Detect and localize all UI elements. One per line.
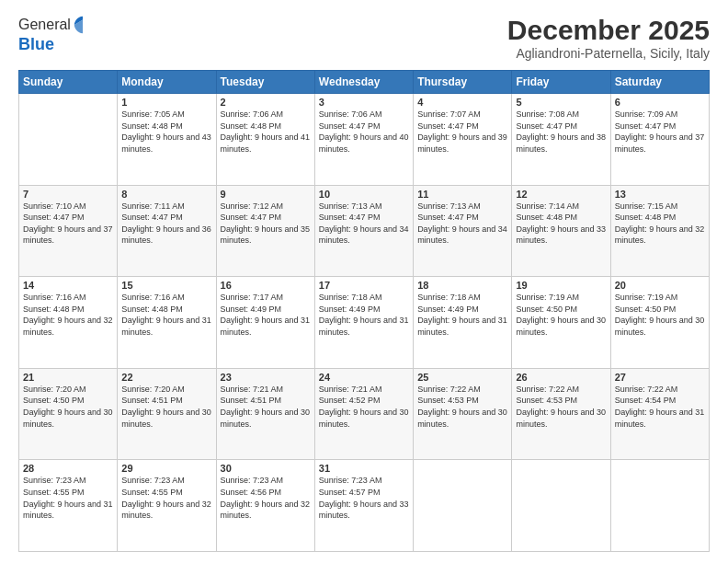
day-of-week-header: Tuesday (216, 71, 314, 94)
location: Agliandroni-Paternella, Sicily, Italy (507, 46, 710, 61)
day-number: 7 (23, 189, 113, 200)
day-info: Sunrise: 7:11 AMSunset: 4:47 PMDaylight:… (121, 201, 211, 247)
day-number: 6 (615, 97, 705, 108)
calendar-week-row: 14Sunrise: 7:16 AMSunset: 4:48 PMDayligh… (19, 277, 710, 369)
day-info: Sunrise: 7:13 AMSunset: 4:47 PMDaylight:… (319, 201, 409, 247)
calendar-week-row: 21Sunrise: 7:20 AMSunset: 4:50 PMDayligh… (19, 368, 710, 460)
calendar-cell: 4Sunrise: 7:07 AMSunset: 4:47 PMDaylight… (414, 94, 512, 186)
day-info: Sunrise: 7:20 AMSunset: 4:51 PMDaylight:… (121, 384, 211, 430)
day-number: 20 (615, 280, 705, 291)
day-info: Sunrise: 7:23 AMSunset: 4:55 PMDaylight:… (23, 475, 113, 521)
calendar-cell: 15Sunrise: 7:16 AMSunset: 4:48 PMDayligh… (118, 277, 216, 369)
calendar-cell: 1Sunrise: 7:05 AMSunset: 4:48 PMDaylight… (118, 94, 216, 186)
day-number: 18 (417, 280, 507, 291)
calendar-cell: 3Sunrise: 7:06 AMSunset: 4:47 PMDaylight… (314, 94, 413, 186)
day-info: Sunrise: 7:06 AMSunset: 4:48 PMDaylight:… (221, 109, 311, 155)
logo-icon (73, 15, 93, 35)
day-info: Sunrise: 7:22 AMSunset: 4:53 PMDaylight:… (417, 384, 507, 430)
title-block: December 2025 Agliandroni-Paternella, Si… (507, 15, 710, 61)
day-number: 12 (516, 189, 606, 200)
day-number: 30 (221, 463, 311, 474)
calendar-cell: 23Sunrise: 7:21 AMSunset: 4:51 PMDayligh… (216, 368, 314, 460)
day-number: 28 (23, 463, 113, 474)
calendar-week-row: 28Sunrise: 7:23 AMSunset: 4:55 PMDayligh… (19, 460, 710, 552)
day-info: Sunrise: 7:21 AMSunset: 4:51 PMDaylight:… (221, 384, 311, 430)
day-info: Sunrise: 7:13 AMSunset: 4:47 PMDaylight:… (417, 201, 507, 247)
calendar-cell: 27Sunrise: 7:22 AMSunset: 4:54 PMDayligh… (610, 368, 709, 460)
day-info: Sunrise: 7:20 AMSunset: 4:50 PMDaylight:… (23, 384, 113, 430)
day-number: 24 (319, 372, 409, 383)
day-info: Sunrise: 7:23 AMSunset: 4:57 PMDaylight:… (319, 475, 409, 521)
calendar-cell: 29Sunrise: 7:23 AMSunset: 4:55 PMDayligh… (118, 460, 216, 552)
day-info: Sunrise: 7:18 AMSunset: 4:49 PMDaylight:… (417, 292, 507, 338)
calendar-cell: 6Sunrise: 7:09 AMSunset: 4:47 PMDaylight… (610, 94, 709, 186)
day-info: Sunrise: 7:06 AMSunset: 4:47 PMDaylight:… (319, 109, 409, 155)
calendar-cell: 20Sunrise: 7:19 AMSunset: 4:50 PMDayligh… (610, 277, 709, 369)
calendar-cell: 17Sunrise: 7:18 AMSunset: 4:49 PMDayligh… (314, 277, 413, 369)
day-of-week-header: Friday (512, 71, 610, 94)
day-info: Sunrise: 7:18 AMSunset: 4:49 PMDaylight:… (319, 292, 409, 338)
day-number: 4 (417, 97, 507, 108)
calendar-cell: 11Sunrise: 7:13 AMSunset: 4:47 PMDayligh… (414, 185, 512, 277)
calendar-header-row: SundayMondayTuesdayWednesdayThursdayFrid… (19, 71, 710, 94)
calendar-cell: 28Sunrise: 7:23 AMSunset: 4:55 PMDayligh… (19, 460, 118, 552)
logo-general-text: General (18, 17, 71, 33)
day-number: 22 (121, 372, 211, 383)
day-info: Sunrise: 7:16 AMSunset: 4:48 PMDaylight:… (23, 292, 113, 338)
day-number: 17 (319, 280, 409, 291)
day-number: 10 (319, 189, 409, 200)
day-number: 25 (417, 372, 507, 383)
day-of-week-header: Monday (118, 71, 216, 94)
day-info: Sunrise: 7:07 AMSunset: 4:47 PMDaylight:… (417, 109, 507, 155)
day-info: Sunrise: 7:16 AMSunset: 4:48 PMDaylight:… (121, 292, 211, 338)
day-number: 16 (221, 280, 311, 291)
day-number: 26 (516, 372, 606, 383)
day-of-week-header: Wednesday (314, 71, 413, 94)
calendar-cell: 2Sunrise: 7:06 AMSunset: 4:48 PMDaylight… (216, 94, 314, 186)
day-info: Sunrise: 7:14 AMSunset: 4:48 PMDaylight:… (516, 201, 606, 247)
day-number: 15 (121, 280, 211, 291)
day-number: 14 (23, 280, 113, 291)
calendar-cell: 5Sunrise: 7:08 AMSunset: 4:47 PMDaylight… (512, 94, 610, 186)
day-number: 27 (615, 372, 705, 383)
calendar-cell (512, 460, 610, 552)
calendar-cell: 16Sunrise: 7:17 AMSunset: 4:49 PMDayligh… (216, 277, 314, 369)
calendar-body: 1Sunrise: 7:05 AMSunset: 4:48 PMDaylight… (19, 94, 710, 552)
day-info: Sunrise: 7:22 AMSunset: 4:54 PMDaylight:… (615, 384, 705, 430)
calendar-cell: 26Sunrise: 7:22 AMSunset: 4:53 PMDayligh… (512, 368, 610, 460)
day-number: 2 (221, 97, 311, 108)
day-number: 8 (121, 189, 211, 200)
day-info: Sunrise: 7:10 AMSunset: 4:47 PMDaylight:… (23, 201, 113, 247)
calendar-week-row: 1Sunrise: 7:05 AMSunset: 4:48 PMDaylight… (19, 94, 710, 186)
day-info: Sunrise: 7:19 AMSunset: 4:50 PMDaylight:… (516, 292, 606, 338)
day-of-week-header: Thursday (414, 71, 512, 94)
day-number: 19 (516, 280, 606, 291)
calendar-cell: 18Sunrise: 7:18 AMSunset: 4:49 PMDayligh… (414, 277, 512, 369)
day-info: Sunrise: 7:22 AMSunset: 4:53 PMDaylight:… (516, 384, 606, 430)
calendar-table: SundayMondayTuesdayWednesdayThursdayFrid… (18, 70, 710, 552)
calendar-cell: 21Sunrise: 7:20 AMSunset: 4:50 PMDayligh… (19, 368, 118, 460)
day-info: Sunrise: 7:05 AMSunset: 4:48 PMDaylight:… (121, 109, 211, 155)
calendar-cell: 9Sunrise: 7:12 AMSunset: 4:47 PMDaylight… (216, 185, 314, 277)
calendar-cell: 14Sunrise: 7:16 AMSunset: 4:48 PMDayligh… (19, 277, 118, 369)
day-number: 11 (417, 189, 507, 200)
day-number: 13 (615, 189, 705, 200)
day-info: Sunrise: 7:09 AMSunset: 4:47 PMDaylight:… (615, 109, 705, 155)
day-info: Sunrise: 7:12 AMSunset: 4:47 PMDaylight:… (221, 201, 311, 247)
day-of-week-header: Saturday (610, 71, 709, 94)
calendar-cell: 12Sunrise: 7:14 AMSunset: 4:48 PMDayligh… (512, 185, 610, 277)
calendar-cell: 24Sunrise: 7:21 AMSunset: 4:52 PMDayligh… (314, 368, 413, 460)
day-info: Sunrise: 7:17 AMSunset: 4:49 PMDaylight:… (221, 292, 311, 338)
calendar-cell (610, 460, 709, 552)
day-number: 23 (221, 372, 311, 383)
day-number: 3 (319, 97, 409, 108)
calendar-cell: 22Sunrise: 7:20 AMSunset: 4:51 PMDayligh… (118, 368, 216, 460)
day-info: Sunrise: 7:23 AMSunset: 4:56 PMDaylight:… (221, 475, 311, 521)
month-title: December 2025 (507, 15, 710, 46)
logo-blue-text: Blue (18, 35, 93, 54)
day-info: Sunrise: 7:21 AMSunset: 4:52 PMDaylight:… (319, 384, 409, 430)
day-number: 21 (23, 372, 113, 383)
calendar-page: General Blue December 2025 Agliandroni-P… (0, 0, 728, 563)
day-number: 31 (319, 463, 409, 474)
day-info: Sunrise: 7:23 AMSunset: 4:55 PMDaylight:… (121, 475, 211, 521)
